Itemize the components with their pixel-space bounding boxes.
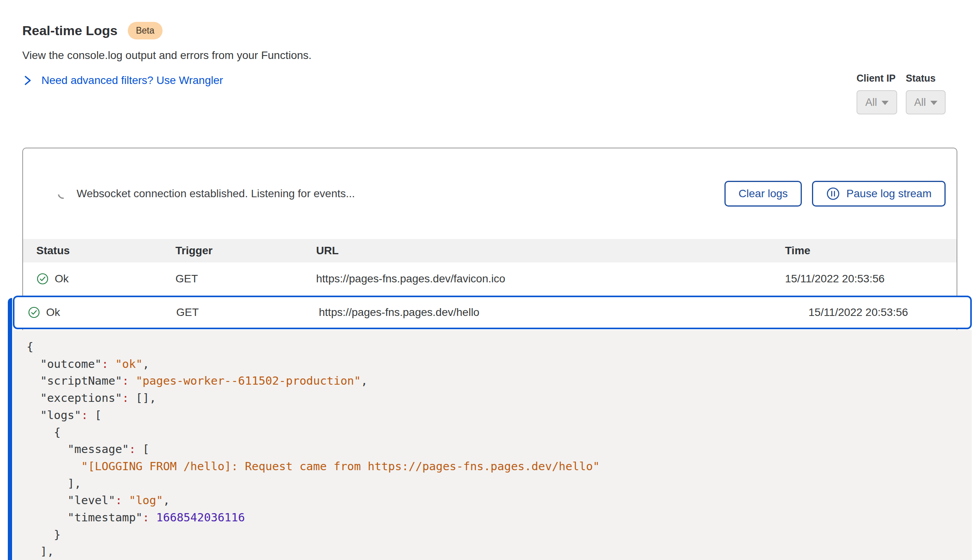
- filter-client-ip: Client IP All: [857, 73, 897, 114]
- selected-entry-accent-bar: [8, 298, 12, 560]
- log-filters: Client IP All Status All: [857, 73, 946, 114]
- column-header-status: Status: [36, 244, 175, 257]
- log-table-header: Status Trigger URL Time: [23, 239, 957, 262]
- log-table-row[interactable]: Ok GET https://pages-fns.pages.dev/favic…: [23, 262, 957, 295]
- pause-log-stream-button-label: Pause log stream: [846, 187, 932, 200]
- caret-down-icon: [882, 101, 889, 105]
- websocket-status: Websocket connection established. Listen…: [58, 187, 355, 200]
- page-subtitle: View the console.log output and errors f…: [22, 49, 311, 62]
- client-ip-filter-value: All: [865, 96, 877, 109]
- page-title: Real-time Logs: [22, 23, 118, 38]
- status-filter-label: Status: [906, 73, 946, 84]
- status-filter-dropdown[interactable]: All: [906, 90, 946, 114]
- client-ip-filter-label: Client IP: [857, 73, 897, 84]
- filter-status: Status All: [906, 73, 946, 114]
- row-status-label: Ok: [55, 273, 69, 285]
- logs-toolbar: Websocket connection established. Listen…: [23, 148, 957, 239]
- client-ip-filter-dropdown[interactable]: All: [857, 90, 897, 114]
- log-json-code: { "outcome": "ok", "scriptName": "pages-…: [27, 339, 960, 560]
- status-cell: Ok: [36, 273, 175, 285]
- row-url: https://pages-fns.pages.dev/hello: [319, 306, 808, 319]
- success-check-icon: [28, 306, 40, 319]
- beta-badge: Beta: [128, 22, 163, 39]
- row-url: https://pages-fns.pages.dev/favicon.ico: [316, 273, 785, 285]
- pause-log-stream-button[interactable]: Pause log stream: [812, 181, 946, 207]
- clear-logs-button-label: Clear logs: [739, 187, 788, 200]
- row-trigger: GET: [175, 273, 316, 285]
- column-header-trigger: Trigger: [175, 244, 316, 257]
- advanced-filters-link[interactable]: Need advanced filters? Use Wrangler: [23, 74, 223, 87]
- column-header-url: URL: [316, 244, 785, 257]
- row-time: 15/11/2022 20:53:56: [808, 306, 970, 319]
- row-time: 15/11/2022 20:53:56: [785, 273, 957, 285]
- page-header: Real-time Logs Beta: [22, 22, 163, 39]
- log-detail-panel: { "outcome": "ok", "scriptName": "pages-…: [13, 330, 972, 560]
- websocket-status-message: Websocket connection established. Listen…: [77, 187, 355, 200]
- log-table-row-selected[interactable]: Ok GET https://pages-fns.pages.dev/hello…: [13, 296, 972, 329]
- spinner-icon: [56, 187, 70, 201]
- toolbar-buttons: Clear logs Pause log stream: [724, 181, 946, 207]
- chevron-right-icon: [23, 75, 32, 86]
- caret-down-icon: [930, 101, 937, 105]
- advanced-filters-link-label: Need advanced filters? Use Wrangler: [41, 74, 223, 87]
- column-header-time: Time: [785, 244, 957, 257]
- success-check-icon: [36, 273, 49, 285]
- row-status-label: Ok: [46, 306, 60, 319]
- clear-logs-button[interactable]: Clear logs: [724, 181, 802, 207]
- pause-icon: [826, 187, 840, 201]
- status-filter-value: All: [914, 96, 926, 109]
- row-trigger: GET: [176, 306, 319, 319]
- status-cell: Ok: [28, 306, 176, 319]
